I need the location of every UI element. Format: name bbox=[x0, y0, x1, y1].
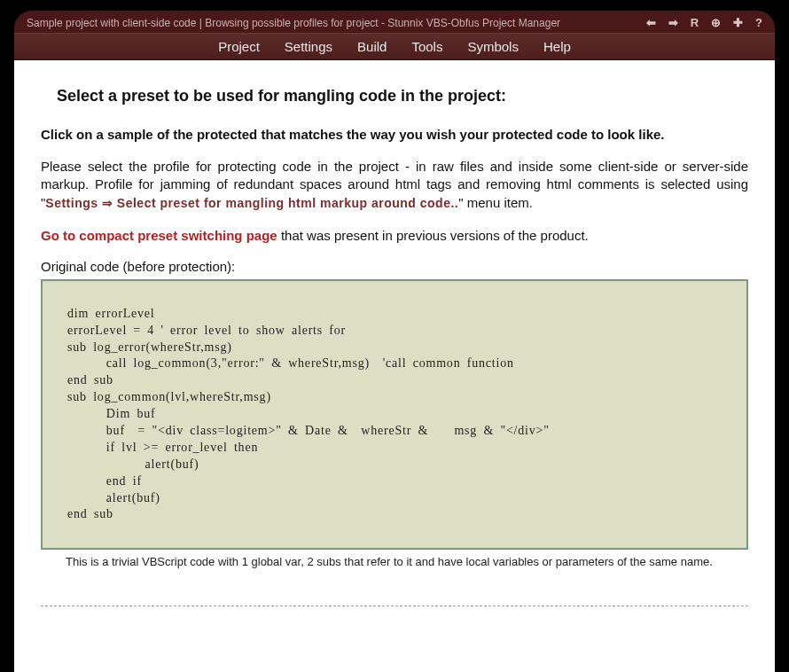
code-sample-box: dim errorLevel errorLevel = 4 ' error le… bbox=[41, 279, 748, 551]
reload-icon[interactable]: R bbox=[691, 16, 699, 29]
code-caption: This is a trivial VBScript code with 1 g… bbox=[41, 555, 748, 570]
forward-icon[interactable]: ➡ bbox=[668, 16, 678, 29]
compact-preset-link[interactable]: Go to compact preset switching page bbox=[41, 228, 277, 243]
add-icon[interactable]: ✚ bbox=[733, 16, 743, 29]
titlebar-controls: ⬅ ➡ R ⊕ ✚ ? bbox=[646, 16, 762, 29]
intro-paragraph: Please select the profile for protecting… bbox=[41, 158, 748, 212]
compact-rest-text: that was present in previous versions of… bbox=[277, 228, 589, 243]
menu-tools[interactable]: Tools bbox=[411, 39, 442, 54]
back-icon[interactable]: ⬅ bbox=[646, 16, 656, 29]
app-window: Sample project with client-side code | B… bbox=[14, 11, 775, 672]
compact-link-paragraph: Go to compact preset switching page that… bbox=[41, 228, 748, 243]
menu-settings[interactable]: Settings bbox=[285, 39, 332, 54]
original-code-label: Original code (before protection): bbox=[41, 259, 748, 274]
section-divider bbox=[41, 606, 748, 606]
intro-text-post: " menu item. bbox=[458, 195, 533, 210]
intro-bold: Click on a sample of the protected that … bbox=[41, 127, 748, 142]
menu-reference: Settings ⇒ Select preset for mangling ht… bbox=[45, 196, 458, 210]
zoom-icon[interactable]: ⊕ bbox=[711, 16, 721, 29]
window-title: Sample project with client-side code | B… bbox=[27, 17, 641, 29]
titlebar: Sample project with client-side code | B… bbox=[14, 11, 775, 33]
help-icon[interactable]: ? bbox=[755, 16, 762, 29]
outer-frame: Sample project with client-side code | B… bbox=[0, 0, 789, 672]
menu-build[interactable]: Build bbox=[357, 39, 387, 54]
page-title: Select a preset to be used for mangling … bbox=[57, 87, 748, 105]
menu-symbols[interactable]: Symbols bbox=[467, 39, 519, 54]
menu-project[interactable]: Project bbox=[218, 39, 260, 54]
menubar: Project Settings Build Tools Symbols Hel… bbox=[14, 33, 775, 60]
menu-help[interactable]: Help bbox=[543, 39, 571, 54]
content-area: Select a preset to be used for mangling … bbox=[14, 60, 775, 672]
